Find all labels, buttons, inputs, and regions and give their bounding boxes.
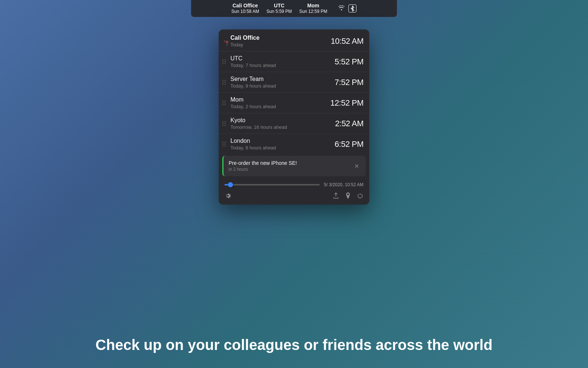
- menubar-utc-sub: Sun 5:59 PM: [266, 9, 292, 15]
- marketing-text: Check up on your colleagues or friends a…: [0, 337, 588, 353]
- wifi-icon: [337, 4, 345, 13]
- tz-time-utc: 5:52 PM: [335, 57, 363, 67]
- menubar-cali-office[interactable]: Cali Office Sun 10:58 AM: [232, 2, 259, 15]
- tz-name-london: London: [230, 138, 276, 144]
- tz-name-server: Server Team: [230, 76, 276, 82]
- tz-info-mom: Mom Today, 2 hours ahead: [230, 96, 276, 109]
- notification-content: Pre-order the new iPhone SE! in 2 hours: [229, 160, 353, 172]
- tz-sub-cali: Today: [230, 42, 259, 47]
- drag-handle-utc: [222, 59, 227, 64]
- timezone-item-cali[interactable]: 📍 Cali Office Today 10:52 AM: [219, 31, 369, 52]
- tz-time-london: 6:52 PM: [335, 139, 363, 149]
- tz-info-kyoto: Kyoto Tomorrow, 16 hours ahead: [230, 117, 287, 130]
- timezone-item-kyoto[interactable]: Kyoto Tomorrow, 16 hours ahead 2:52 AM: [219, 113, 369, 134]
- drag-handle-london: [222, 142, 227, 146]
- time-slider-area: 5/ 3/2020, 10:52 AM: [219, 179, 369, 189]
- bluetooth-icon: [348, 4, 356, 13]
- tz-sub-london: Today, 8 hours ahead: [230, 145, 276, 151]
- tz-sub-kyoto: Tomorrow, 16 hours ahead: [230, 124, 287, 130]
- tz-time-kyoto: 2:52 AM: [335, 119, 363, 128]
- tz-info-server: Server Team Today, 9 hours ahead: [230, 76, 276, 89]
- timezone-item-london[interactable]: London Today, 8 hours ahead 6:52 PM: [219, 134, 369, 154]
- tz-sub-mom: Today, 2 hours ahead: [230, 104, 276, 109]
- tz-time-server: 7:52 PM: [335, 78, 363, 87]
- tz-content-server: Server Team Today, 9 hours ahead 7:52 PM: [230, 76, 363, 89]
- tz-name-kyoto: Kyoto: [230, 117, 287, 124]
- timezone-popup: 📍 Cali Office Today 10:52 AM UTC Toda: [219, 29, 369, 205]
- tz-info-london: London Today, 8 hours ahead: [230, 138, 276, 151]
- tz-name-cali: Cali Office: [230, 35, 259, 41]
- notification-close-button[interactable]: ✕: [353, 161, 361, 171]
- tz-content-mom: Mom Today, 2 hours ahead 12:52 PM: [230, 96, 363, 109]
- timezone-item-utc[interactable]: UTC Today, 7 hours ahead 5:52 PM: [219, 52, 369, 72]
- drag-handle-kyoto: [222, 121, 227, 126]
- tz-info-utc: UTC Today, 7 hours ahead: [230, 55, 276, 68]
- tz-sub-server: Today, 9 hours ahead: [230, 83, 276, 89]
- tz-name-mom: Mom: [230, 96, 276, 103]
- tz-content-london: London Today, 8 hours ahead 6:52 PM: [230, 138, 363, 151]
- pin-button[interactable]: [345, 192, 351, 201]
- menubar-mom[interactable]: Mom Sun 12:59 PM: [299, 2, 327, 15]
- timezone-item-mom[interactable]: Mom Today, 2 hours ahead 12:52 PM: [219, 93, 369, 113]
- timezone-list: 📍 Cali Office Today 10:52 AM UTC Toda: [219, 29, 369, 156]
- power-button[interactable]: [357, 192, 363, 201]
- slider-date: 5/ 3/2020, 10:52 AM: [324, 182, 363, 187]
- menubar-utc-label: UTC: [274, 2, 284, 9]
- notification-banner: Pre-order the new iPhone SE! in 2 hours …: [222, 156, 366, 176]
- time-slider[interactable]: [225, 184, 320, 185]
- settings-button[interactable]: [225, 192, 231, 201]
- menubar-mom-sub: Sun 12:59 PM: [299, 9, 327, 15]
- toolbar-left-group: [225, 192, 231, 201]
- menubar-cali-sub: Sun 10:58 AM: [232, 9, 259, 15]
- menubar-mom-label: Mom: [307, 2, 319, 9]
- menu-bar: Cali Office Sun 10:58 AM UTC Sun 5:59 PM…: [191, 0, 397, 17]
- tz-name-utc: UTC: [230, 55, 276, 62]
- drag-handle-cali: 📍: [222, 40, 227, 42]
- drag-handle-mom: [222, 100, 227, 105]
- tz-content-utc: UTC Today, 7 hours ahead 5:52 PM: [230, 55, 363, 68]
- timezone-item-server[interactable]: Server Team Today, 9 hours ahead 7:52 PM: [219, 72, 369, 93]
- menubar-cali-label: Cali Office: [233, 2, 258, 9]
- tz-content-kyoto: Kyoto Tomorrow, 16 hours ahead 2:52 AM: [230, 117, 363, 130]
- tz-time-mom: 12:52 PM: [330, 98, 363, 108]
- tz-info-cali: Cali Office Today: [230, 35, 259, 47]
- menubar-utc[interactable]: UTC Sun 5:59 PM: [266, 2, 292, 15]
- pin-location-icon: 📍: [224, 40, 225, 42]
- tz-sub-utc: Today, 7 hours ahead: [230, 63, 276, 68]
- notification-title: Pre-order the new iPhone SE!: [229, 160, 353, 166]
- menubar-status-icons: [337, 4, 356, 13]
- drag-handle-server: [222, 80, 227, 85]
- tz-content-cali: Cali Office Today 10:52 AM: [230, 35, 363, 47]
- notification-subtitle: in 2 hours: [229, 167, 353, 172]
- bottom-toolbar: [219, 189, 369, 205]
- toolbar-right-group: [333, 192, 363, 201]
- slider-thumb[interactable]: [228, 182, 233, 187]
- tz-time-cali: 10:52 AM: [331, 36, 363, 46]
- share-button[interactable]: [333, 192, 339, 201]
